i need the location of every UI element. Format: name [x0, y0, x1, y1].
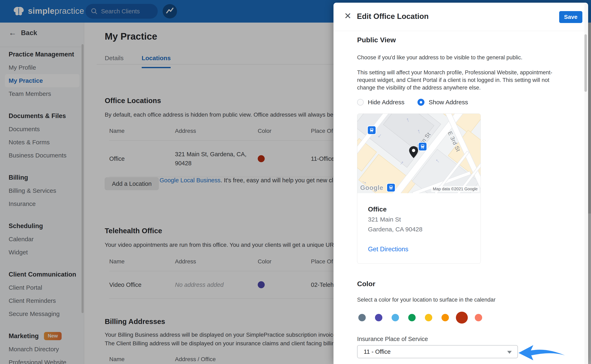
panel-scrollbar[interactable] [585, 3, 588, 364]
insurance-place-select[interactable]: 11 - Office [357, 345, 518, 358]
transit-station-icon [367, 126, 376, 135]
insurance-place-value: 11 - Office [364, 348, 390, 355]
annotation-arrow-icon [517, 344, 566, 362]
show-address-label: Show Address [429, 99, 468, 106]
hide-address-label: Hide Address [368, 99, 404, 106]
color-description: Select a color for your location to surf… [357, 297, 495, 303]
address-visibility-radios: Hide Address Show Address [357, 99, 481, 106]
get-directions-link[interactable]: Get Directions [368, 246, 408, 253]
map-attribution: Map data ©2021 Google [431, 186, 479, 192]
panel-title: Edit Office Location [357, 12, 429, 21]
close-icon[interactable]: ✕ [344, 12, 351, 20]
transit-station-icon [386, 183, 396, 192]
hide-address-radio[interactable] [357, 99, 364, 105]
location-address-line2: Gardena, CA 90428 [368, 226, 422, 233]
public-view-detail: This setting will affect your Monarch pr… [357, 69, 565, 91]
public-view-heading: Public View [357, 36, 396, 44]
color-heading: Color [357, 280, 375, 288]
transit-station-icon [418, 142, 427, 151]
location-map-card: ↑ ↑ ↑ ↑ ↑ ↑ Main St E 3rd St G [357, 114, 481, 264]
color-swatch[interactable] [425, 314, 432, 321]
chevron-down-icon [507, 351, 512, 354]
save-button[interactable]: Save [559, 11, 582, 23]
color-swatch[interactable] [442, 314, 449, 321]
show-address-radio[interactable] [417, 99, 424, 106]
color-swatch[interactable] [408, 314, 416, 321]
map-pin-icon [409, 146, 418, 158]
location-name: Office [368, 206, 387, 213]
color-swatch-selected[interactable] [456, 312, 468, 324]
google-map[interactable]: ↑ ↑ ↑ ↑ ↑ ↑ Main St E 3rd St G [357, 114, 481, 193]
color-swatch[interactable] [375, 314, 382, 321]
edit-office-location-panel: ✕ Edit Office Location Save Public View … [333, 3, 588, 364]
panel-header: ✕ Edit Office Location Save [333, 3, 588, 31]
insurance-place-label: Insurance Place of Service [357, 336, 428, 342]
google-logo: Google [360, 184, 383, 192]
color-swatch[interactable] [392, 314, 399, 321]
color-swatch[interactable] [475, 314, 482, 321]
color-swatch[interactable] [358, 314, 366, 321]
location-address-line1: 321 Main St [368, 216, 401, 223]
public-view-intro: Choose if you'd like your address to be … [357, 54, 522, 61]
